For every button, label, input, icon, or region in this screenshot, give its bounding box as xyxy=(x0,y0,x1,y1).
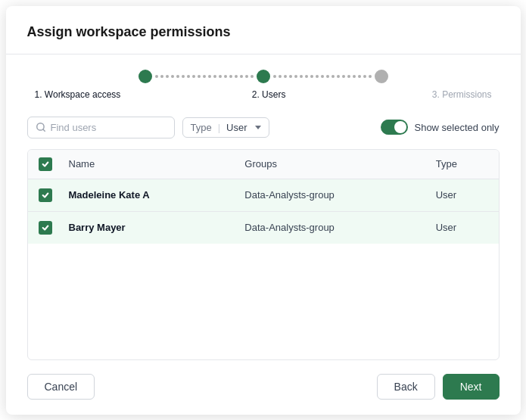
toggle-label: Show selected only xyxy=(414,122,499,133)
row-2-name: Barry Mayer xyxy=(58,211,235,244)
dot xyxy=(240,75,243,78)
table-row: Barry Mayer Data-Analysts-group User xyxy=(28,211,499,244)
row-2-groups: Data-Analysts-group xyxy=(234,211,425,244)
row-1-checkbox[interactable] xyxy=(39,188,52,202)
dot xyxy=(358,75,361,78)
modal-title: Assign workspace permissions xyxy=(27,24,500,40)
row-1-groups: Data-Analysts-group xyxy=(234,179,425,211)
dot xyxy=(284,75,287,78)
dots-2-3 xyxy=(273,75,372,78)
dot xyxy=(369,75,372,78)
back-button[interactable]: Back xyxy=(377,374,435,400)
dots-1-2 xyxy=(155,75,254,78)
dot xyxy=(279,75,282,78)
table-row: Madeleine Kate A Data-Analysts-group Use… xyxy=(28,179,499,211)
row-2-type: User xyxy=(425,211,499,244)
search-icon xyxy=(36,122,46,132)
search-box[interactable] xyxy=(27,117,175,138)
header-checkbox-col xyxy=(28,150,58,179)
header-row: Name Groups Type xyxy=(28,150,499,179)
dot xyxy=(294,75,297,78)
check-icon xyxy=(42,191,49,199)
dot xyxy=(273,75,276,78)
dot xyxy=(166,75,169,78)
dot xyxy=(289,75,292,78)
row-1-checkbox-cell xyxy=(28,179,58,211)
search-input[interactable] xyxy=(51,122,167,133)
dot xyxy=(337,75,340,78)
dot xyxy=(342,75,345,78)
next-button[interactable]: Next xyxy=(443,374,500,400)
row-1-name: Madeleine Kate A xyxy=(58,179,235,211)
step-label-2: 2. Users xyxy=(252,89,286,100)
step-dot-2 xyxy=(257,70,270,83)
dot xyxy=(363,75,366,78)
dot xyxy=(187,75,190,78)
stepper: 1. Workspace access 2. Users 3. Permissi… xyxy=(27,70,500,100)
users-table: Name Groups Type Madeleine Kate A xyxy=(28,150,499,244)
row-1-type: User xyxy=(425,179,499,211)
table-header: Name Groups Type xyxy=(28,150,499,179)
check-icon xyxy=(42,160,49,168)
dot xyxy=(171,75,174,78)
check-icon xyxy=(42,224,49,232)
step-dot-3 xyxy=(375,70,388,83)
step-dot-1 xyxy=(139,70,152,83)
dot xyxy=(219,75,222,78)
type-prefix-label: Type xyxy=(191,122,212,133)
dot xyxy=(208,75,211,78)
table-container: Name Groups Type Madeleine Kate A xyxy=(27,149,500,360)
chevron-down-icon xyxy=(255,126,261,129)
dot xyxy=(316,75,319,78)
dot xyxy=(321,75,324,78)
show-selected-toggle[interactable] xyxy=(381,120,408,135)
select-all-checkbox[interactable] xyxy=(39,157,52,171)
dot xyxy=(176,75,179,78)
type-filter[interactable]: Type | User xyxy=(182,117,269,138)
dot xyxy=(155,75,158,78)
header-groups: Groups xyxy=(234,150,425,179)
dot xyxy=(310,75,313,78)
svg-line-1 xyxy=(42,129,45,132)
modal: Assign workspace permissions xyxy=(6,6,521,415)
dot xyxy=(213,75,216,78)
divider xyxy=(6,54,521,54)
controls-row: Type | User Show selected only xyxy=(27,117,500,138)
dot xyxy=(203,75,206,78)
dot xyxy=(353,75,356,78)
footer: Cancel Back Next xyxy=(27,374,500,400)
stepper-nodes xyxy=(139,70,388,83)
dot xyxy=(229,75,232,78)
header-type: Type xyxy=(425,150,499,179)
header-name: Name xyxy=(58,150,235,179)
toggle-row: Show selected only xyxy=(381,120,499,135)
dot xyxy=(251,75,254,78)
dot xyxy=(235,75,238,78)
dot xyxy=(224,75,227,78)
table-body: Madeleine Kate A Data-Analysts-group Use… xyxy=(28,179,499,244)
dot xyxy=(192,75,195,78)
step-label-3: 3. Permissions xyxy=(432,89,492,100)
footer-right: Back Next xyxy=(377,374,500,400)
cancel-button[interactable]: Cancel xyxy=(27,374,95,400)
dot xyxy=(182,75,185,78)
row-2-checkbox[interactable] xyxy=(39,221,52,235)
dot xyxy=(245,75,248,78)
dot xyxy=(160,75,163,78)
step-label-1: 1. Workspace access xyxy=(35,89,121,100)
dot xyxy=(305,75,308,78)
dot xyxy=(347,75,350,78)
dot xyxy=(326,75,329,78)
row-2-checkbox-cell xyxy=(28,211,58,244)
type-value: User xyxy=(226,122,247,133)
dot xyxy=(198,75,201,78)
dot xyxy=(331,75,335,78)
dot xyxy=(300,75,303,78)
